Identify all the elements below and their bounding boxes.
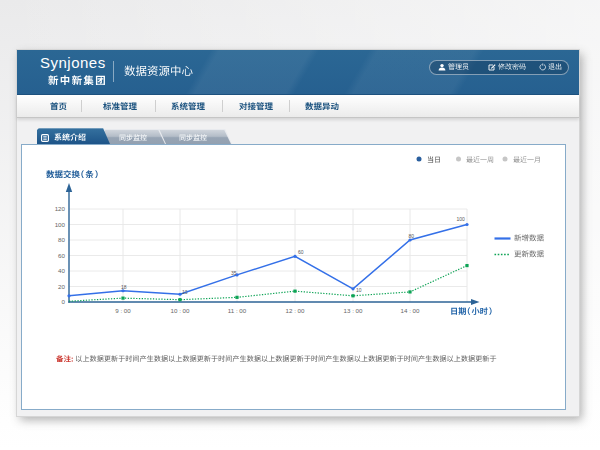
svg-text:80: 80 [58,236,65,243]
svg-text:11 : 00: 11 : 00 [228,307,247,314]
svg-text:10: 10 [182,289,188,295]
svg-text:120: 120 [55,205,66,212]
svg-text:40: 40 [58,267,65,274]
svg-text:0: 0 [62,298,66,305]
svg-text:100: 100 [55,221,66,228]
svg-text:13 : 00: 13 : 00 [344,307,363,314]
svg-text:35: 35 [231,270,237,276]
svg-text:60: 60 [58,252,65,259]
svg-text:9 : 00: 9 : 00 [115,307,131,314]
svg-text:18: 18 [121,284,127,290]
svg-text:10: 10 [356,287,362,293]
svg-text:12 : 00: 12 : 00 [286,307,305,314]
svg-text:100: 100 [457,216,466,222]
svg-text:14 : 00: 14 : 00 [401,307,420,314]
svg-text:20: 20 [58,283,65,290]
svg-text:60: 60 [298,249,304,255]
svg-text:10 : 00: 10 : 00 [171,307,190,314]
svg-text:80: 80 [409,233,415,239]
